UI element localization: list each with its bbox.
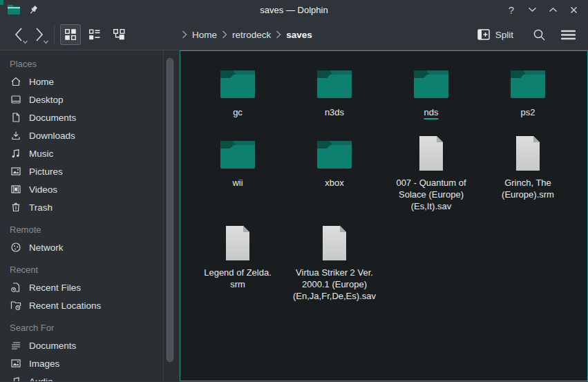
item-name: Legend of Zelda. srm [204, 267, 272, 290]
folder-icon [218, 68, 257, 98]
item-name: wii [232, 177, 243, 189]
section-header-places: Places [0, 55, 163, 73]
chevron-right-icon [276, 30, 281, 39]
file-item-007-quantum-of-solace[interactable]: 007 - Quantum of Solace (Europe) (Es,It)… [383, 131, 480, 220]
sidebar-item-label: Network [29, 242, 64, 253]
forward-button[interactable] [29, 23, 50, 46]
sidebar-item-recent-locations[interactable]: Recent Locations [0, 296, 163, 314]
file-grid: gc n3ds nds [189, 60, 587, 324]
sidebar-item-desktop[interactable]: Desktop [0, 90, 163, 108]
item-name: Grinch, The (Europe).srm [502, 177, 554, 200]
sidebar-item-label: Documents [29, 341, 76, 351]
folder-item-nds[interactable]: nds [383, 60, 480, 131]
folder-item-gc[interactable]: gc [189, 60, 286, 131]
details-view-button[interactable] [108, 24, 129, 45]
sidebar-scrollbar-track [164, 50, 180, 381]
maximize-button[interactable] [545, 3, 560, 17]
desktop-icon [10, 94, 21, 105]
file-icon [513, 135, 543, 171]
file-item-virtua-striker-2[interactable]: Virtua Striker 2 Ver. 2000.1 (Europe) (E… [286, 220, 383, 324]
file-item-legend-of-zelda[interactable]: Legend of Zelda. srm [189, 220, 286, 324]
forward-dropdown-caret [43, 40, 49, 44]
chevron-right-icon [222, 30, 227, 39]
section-header-recent: Recent [0, 260, 163, 278]
breadcrumb-home[interactable]: Home [192, 30, 217, 40]
sidebar-item-search-images[interactable]: Images [0, 354, 163, 372]
folder-item-n3ds[interactable]: n3ds [286, 60, 383, 131]
icons-view-icon [64, 28, 77, 41]
recent-file-icon [10, 282, 21, 293]
sidebar-item-trash[interactable]: Trash [0, 198, 163, 216]
icons-view-button[interactable] [60, 24, 81, 45]
folder-item-xbox[interactable]: xbox [286, 131, 383, 220]
minimize-button[interactable] [524, 3, 540, 17]
close-button[interactable] [566, 3, 581, 17]
toolbar-separator [54, 24, 55, 45]
breadcrumb-saves[interactable]: saves [286, 30, 312, 40]
sidebar-item-documents[interactable]: Documents [0, 108, 163, 126]
help-button[interactable]: ? [504, 3, 519, 17]
music-note-icon [10, 148, 21, 159]
section-header-search-for: Search For [0, 318, 163, 336]
sidebar-item-label: Videos [29, 184, 57, 195]
toolbar: Home retrodeck saves Split [0, 19, 588, 50]
window-body: Places Home Desktop Documents Downloads … [0, 50, 588, 381]
sidebar-item-network[interactable]: Network [0, 238, 163, 256]
folder-view[interactable]: gc n3ds nds [180, 50, 588, 381]
item-name: gc [233, 106, 243, 118]
sidebar-item-music[interactable]: Music [0, 144, 163, 162]
sidebar-item-label: Downloads [29, 131, 75, 141]
search-button[interactable] [529, 24, 549, 45]
split-view-icon [477, 29, 490, 40]
network-icon [10, 242, 21, 253]
sidebar-item-downloads[interactable]: Downloads [0, 126, 163, 144]
item-name: ps2 [521, 106, 535, 118]
folder-item-wii[interactable]: wii [189, 131, 286, 220]
sidebar-item-search-audio[interactable]: Audio [0, 372, 163, 381]
breadcrumb-retrodeck[interactable]: retrodeck [232, 30, 271, 40]
pin-icon[interactable] [28, 5, 39, 15]
sidebar-item-label: Trash [29, 202, 53, 213]
sidebar-item-label: Home [29, 77, 54, 87]
music-note-icon [10, 376, 21, 381]
sidebar-item-recent-files[interactable]: Recent Files [0, 278, 163, 296]
hamburger-icon [561, 30, 576, 40]
hamburger-menu-button[interactable] [558, 24, 578, 45]
sidebar-item-pictures[interactable]: Pictures [0, 162, 163, 180]
window-title: saves — Dolphin [0, 5, 588, 15]
file-item-grinch-the[interactable]: Grinch, The (Europe).srm [480, 131, 576, 220]
sidebar-item-home[interactable]: Home [0, 73, 163, 90]
file-icon [222, 225, 253, 261]
folder-item-ps2[interactable]: ps2 [480, 60, 576, 131]
item-name: xbox [325, 177, 343, 189]
window-corner-accent [0, 0, 3, 5]
document-icon [10, 112, 21, 123]
image-icon [10, 358, 21, 369]
sidebar-item-videos[interactable]: Videos [0, 180, 163, 198]
section-header-remote: Remote [0, 220, 163, 238]
recent-folder-icon [10, 300, 21, 311]
folder-icon [412, 68, 451, 98]
folder-icon [509, 68, 547, 98]
sidebar-item-label: Audio [29, 376, 53, 382]
chevron-right-icon [182, 30, 187, 39]
breadcrumb: Home retrodeck saves [182, 30, 312, 40]
compact-view-icon [88, 28, 101, 41]
sidebar-item-search-documents[interactable]: Documents [0, 336, 163, 354]
places-panel: Places Home Desktop Documents Downloads … [0, 50, 164, 381]
compact-view-button[interactable] [84, 24, 105, 45]
item-name: Virtua Striker 2 Ver. 2000.1 (Europe) (E… [293, 267, 376, 302]
split-button-label: Split [495, 30, 513, 40]
details-view-icon [113, 28, 126, 41]
sidebar-scrollbar-handle[interactable] [167, 58, 173, 362]
text-lines-icon [10, 340, 21, 351]
file-icon [416, 135, 446, 171]
sidebar-item-label: Recent Files [29, 283, 81, 293]
image-icon [10, 166, 21, 177]
sidebar-item-label: Music [29, 149, 53, 159]
item-name: 007 - Quantum of Solace (Europe) (Es,It)… [396, 177, 466, 212]
sidebar-item-label: Pictures [29, 166, 63, 177]
split-button[interactable]: Split [477, 29, 513, 40]
back-button[interactable] [8, 23, 29, 46]
titlebar: saves — Dolphin ? [0, 0, 588, 19]
